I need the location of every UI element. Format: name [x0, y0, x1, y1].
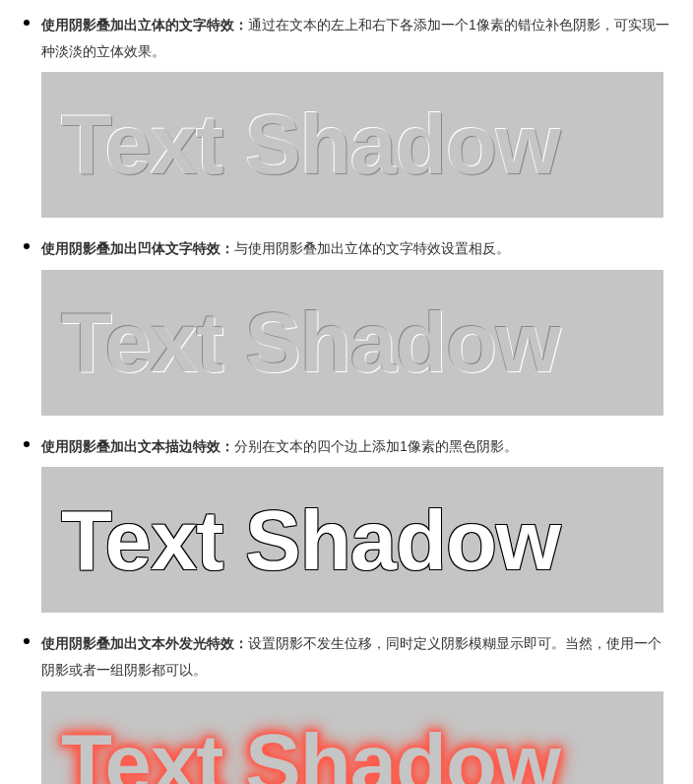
demo-text-inset: Text Shadow	[61, 263, 560, 423]
demo-box-raised: Text Shadow	[41, 72, 663, 218]
bullet-icon	[24, 20, 30, 26]
bullet-icon	[24, 638, 30, 644]
list-item: 使用阴影叠加出文本外发光特效：设置阴影不发生位移，同时定义阴影模糊显示即可。当然…	[20, 630, 673, 784]
item-description: 使用阴影叠加出凹体文字特效：与使用阴影叠加出立体的文字特效设置相反。	[41, 235, 673, 262]
list-item: 使用阴影叠加出文本描边特效：分别在文本的四个边上添加1像素的黑色阴影。 Text…	[20, 433, 673, 614]
bullet-icon	[24, 441, 30, 447]
demo-text-raised: Text Shadow	[61, 65, 560, 225]
bullet-icon	[24, 243, 30, 249]
list-item: 使用阴影叠加出立体的文字特效：通过在文本的左上和右下各添加一个1像素的错位补色阴…	[20, 12, 673, 218]
demo-box-inset: Text Shadow	[41, 270, 663, 416]
item-title: 使用阴影叠加出文本外发光特效：	[41, 635, 248, 651]
demo-box-glow: Text Shadow	[41, 691, 663, 784]
item-description: 使用阴影叠加出立体的文字特效：通过在文本的左上和右下各添加一个1像素的错位补色阴…	[41, 12, 673, 64]
demo-text-stroke: Text Shadow	[61, 461, 560, 621]
item-title: 使用阴影叠加出立体的文字特效：	[41, 17, 248, 33]
item-title: 使用阴影叠加出凹体文字特效：	[41, 240, 234, 256]
demo-box-stroke: Text Shadow	[41, 467, 663, 613]
item-body: 与使用阴影叠加出立体的文字特效设置相反。	[234, 240, 510, 256]
item-title: 使用阴影叠加出文本描边特效：	[41, 438, 234, 454]
item-body: 分别在文本的四个边上添加1像素的黑色阴影。	[234, 438, 518, 454]
effect-list: 使用阴影叠加出立体的文字特效：通过在文本的左上和右下各添加一个1像素的错位补色阴…	[20, 12, 673, 784]
list-item: 使用阴影叠加出凹体文字特效：与使用阴影叠加出立体的文字特效设置相反。 Text …	[20, 235, 673, 416]
demo-text-glow: Text Shadow	[61, 685, 560, 784]
item-description: 使用阴影叠加出文本描边特效：分别在文本的四个边上添加1像素的黑色阴影。	[41, 433, 673, 460]
item-description: 使用阴影叠加出文本外发光特效：设置阴影不发生位移，同时定义阴影模糊显示即可。当然…	[41, 630, 673, 683]
